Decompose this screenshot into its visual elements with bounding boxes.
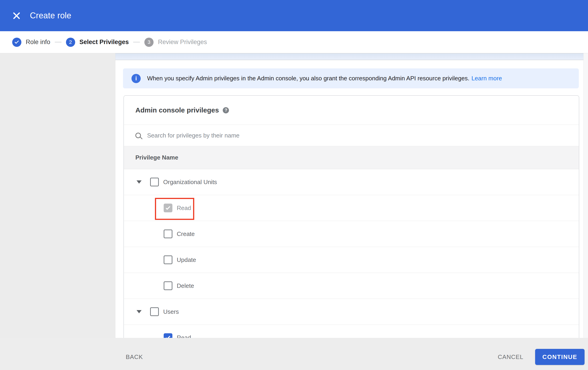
column-header-label: Privilege Name — [135, 154, 178, 161]
stepper: Role info 2 Select Privileges 3 Review P… — [0, 31, 588, 53]
search-input[interactable] — [147, 132, 579, 139]
help-icon[interactable]: ? — [223, 107, 229, 113]
step-select-privileges[interactable]: 2 Select Privileges — [66, 38, 129, 47]
continue-button[interactable]: CONTINUE — [535, 349, 585, 365]
annotation-highlight-box — [155, 198, 194, 220]
privilege-row-organizational-units: Organizational Units — [124, 169, 579, 195]
step-label: Review Privileges — [158, 39, 207, 46]
privilege-label: Read — [177, 334, 191, 338]
page-title: Create role — [30, 11, 71, 20]
privilege-label: Delete — [177, 282, 194, 290]
check-icon — [14, 40, 19, 44]
privileges-search-row — [124, 125, 579, 146]
step-label: Role info — [26, 39, 50, 46]
step-review-privileges[interactable]: 3 Review Privileges — [144, 38, 207, 47]
checkbox-users[interactable] — [150, 307, 159, 316]
privilege-row-users-read: Read — [124, 325, 579, 338]
close-button[interactable] — [11, 10, 21, 21]
left-panel — [0, 53, 116, 338]
step-label: Select Privileges — [80, 39, 129, 46]
check-icon — [166, 335, 170, 338]
scrolled-content-sliver — [116, 53, 583, 60]
info-icon: i — [131, 74, 141, 83]
table-column-header: Privilege Name — [124, 146, 579, 169]
step-divider — [55, 42, 62, 42]
privilege-label: Organizational Units — [163, 179, 217, 186]
scrollbar-track[interactable] — [583, 53, 588, 338]
checkbox-create[interactable] — [164, 230, 172, 238]
search-icon — [135, 133, 141, 138]
checkbox-organizational-units[interactable] — [150, 178, 159, 186]
step-done-circle — [12, 38, 21, 47]
dialog-header: Create role — [0, 0, 588, 31]
admin-console-privileges-card: Admin console privileges ? Privilege Nam… — [124, 95, 579, 338]
card-title: Admin console privileges — [135, 106, 219, 114]
privilege-label: Update — [177, 256, 196, 263]
privilege-row-create: Create — [124, 221, 579, 247]
step-number-circle: 3 — [144, 38, 154, 47]
privilege-row-users: Users — [124, 299, 579, 325]
info-banner: i When you specify Admin privileges in t… — [123, 68, 579, 88]
step-number-circle: 2 — [66, 38, 75, 47]
back-button[interactable]: BACK — [126, 353, 143, 360]
privilege-label: Create — [177, 230, 195, 238]
privilege-row-read: Read — [124, 195, 579, 221]
card-heading: Admin console privileges ? — [124, 96, 579, 125]
privilege-row-update: Update — [124, 247, 579, 273]
privilege-label: Users — [163, 308, 179, 315]
info-banner-text: When you specify Admin privileges in the… — [147, 75, 469, 82]
step-divider — [133, 42, 140, 42]
content-area: i When you specify Admin privileges in t… — [116, 53, 588, 338]
learn-more-link[interactable]: Learn more — [472, 75, 502, 82]
collapse-expander-icon[interactable] — [136, 180, 142, 184]
checkbox-users-read-checked[interactable] — [164, 333, 172, 338]
dialog-footer: BACK CANCEL CONTINUE — [0, 338, 588, 370]
privilege-row-delete: Delete — [124, 273, 579, 299]
cancel-button[interactable]: CANCEL — [498, 353, 523, 360]
collapse-expander-icon[interactable] — [136, 310, 142, 313]
create-role-dialog: Create role Role info 2 Select Privilege… — [0, 0, 588, 370]
step-role-info[interactable]: Role info — [12, 38, 50, 47]
checkbox-update[interactable] — [164, 255, 172, 264]
checkbox-delete[interactable] — [164, 281, 172, 290]
